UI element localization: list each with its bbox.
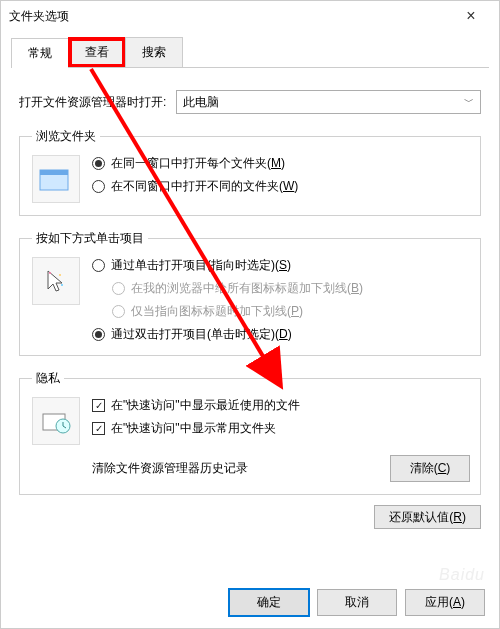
clear-button[interactable]: 清除(C) bbox=[390, 455, 470, 482]
radio-underline-browser: 在我的浏览器中给所有图标标题加下划线(B) bbox=[112, 280, 363, 297]
check-recent-files[interactable]: 在"快速访问"中显示最近使用的文件 bbox=[92, 397, 470, 414]
tab-search[interactable]: 搜索 bbox=[125, 37, 183, 67]
folder-window-icon bbox=[32, 155, 80, 203]
clear-history-label: 清除文件资源管理器历史记录 bbox=[92, 460, 248, 477]
checkbox-icon bbox=[92, 422, 105, 435]
browse-folders-group: 浏览文件夹 在同一窗口中打开每个文件夹(M) 在不同窗口中打开不同的文件夹(W) bbox=[19, 128, 481, 216]
radio-own-window[interactable]: 在不同窗口中打开不同的文件夹(W) bbox=[92, 178, 298, 195]
radio-icon bbox=[92, 180, 105, 193]
open-in-label: 打开文件资源管理器时打开: bbox=[19, 94, 166, 111]
radio-double-click[interactable]: 通过双击打开项目(单击时选定)(D) bbox=[92, 326, 363, 343]
radio-icon bbox=[92, 259, 105, 272]
close-icon[interactable]: × bbox=[451, 2, 491, 30]
browse-legend: 浏览文件夹 bbox=[32, 128, 100, 145]
window-title: 文件夹选项 bbox=[9, 8, 451, 25]
history-icon bbox=[32, 397, 80, 445]
radio-icon bbox=[112, 282, 125, 295]
radio-single-click[interactable]: 通过单击打开项目(指向时选定)(S) bbox=[92, 257, 363, 274]
svg-rect-1 bbox=[40, 170, 68, 175]
apply-button[interactable]: 应用(A) bbox=[405, 589, 485, 616]
cursor-icon bbox=[32, 257, 80, 305]
open-in-value: 此电脑 bbox=[183, 94, 219, 111]
watermark: Baidu bbox=[439, 566, 485, 584]
cancel-button[interactable]: 取消 bbox=[317, 589, 397, 616]
privacy-legend: 隐私 bbox=[32, 370, 64, 387]
checkbox-icon bbox=[92, 399, 105, 412]
click-items-group: 按如下方式单击项目 通过单击打开项目(指向时选定)(S) 在我的浏览器中给所有图… bbox=[19, 230, 481, 356]
svg-point-4 bbox=[61, 284, 63, 286]
privacy-group: 隐私 在"快速访问"中显示最近使用的文件 在"快速访问"中显示常用文件夹 清 bbox=[19, 370, 481, 495]
tab-general[interactable]: 常规 bbox=[11, 38, 69, 68]
tab-bar: 常规 查看 搜索 bbox=[11, 37, 489, 68]
svg-point-2 bbox=[49, 272, 51, 274]
radio-same-window[interactable]: 在同一窗口中打开每个文件夹(M) bbox=[92, 155, 298, 172]
radio-underline-point: 仅当指向图标标题时加下划线(P) bbox=[112, 303, 363, 320]
restore-defaults-button[interactable]: 还原默认值(R) bbox=[374, 505, 481, 529]
tab-view[interactable]: 查看 bbox=[68, 37, 126, 67]
radio-icon bbox=[112, 305, 125, 318]
ok-button[interactable]: 确定 bbox=[229, 589, 309, 616]
radio-icon bbox=[92, 328, 105, 341]
click-legend: 按如下方式单击项目 bbox=[32, 230, 148, 247]
open-in-dropdown[interactable]: 此电脑 ﹀ bbox=[176, 90, 481, 114]
radio-icon bbox=[92, 157, 105, 170]
check-freq-folders[interactable]: 在"快速访问"中显示常用文件夹 bbox=[92, 420, 470, 437]
svg-point-3 bbox=[59, 274, 61, 276]
chevron-down-icon: ﹀ bbox=[464, 95, 474, 109]
